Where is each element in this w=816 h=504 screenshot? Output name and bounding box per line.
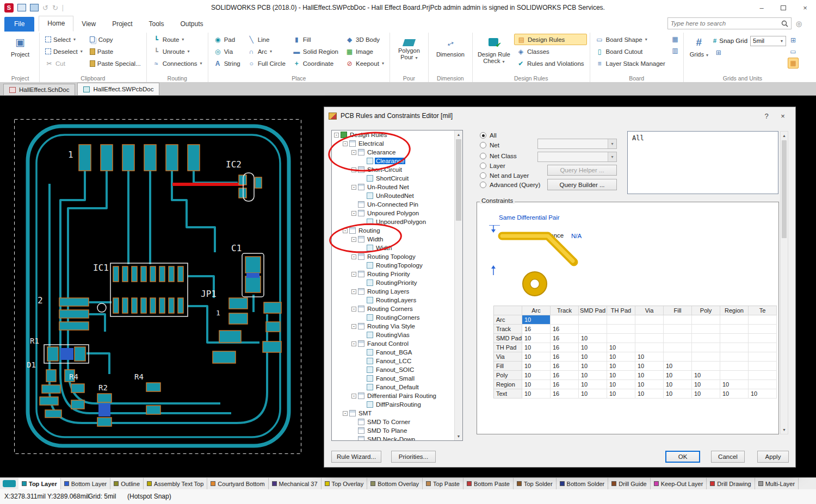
tree-item-routingpriority[interactable]: RoutingPriority (332, 278, 454, 287)
matrix-cell[interactable] (664, 352, 692, 362)
matrix-cell[interactable] (607, 315, 635, 325)
matrix-cell[interactable] (579, 325, 607, 334)
radio-advanced[interactable] (480, 182, 486, 188)
scope-option-net-class[interactable]: Net Class (480, 153, 517, 159)
tree-item-fanout-control[interactable]: -Fanout Control (332, 339, 454, 348)
matrix-cell[interactable]: 10 (692, 389, 720, 399)
matrix-cell[interactable] (749, 334, 777, 343)
matrix-cell[interactable]: 10 (720, 389, 749, 399)
layer-tab-top-paste[interactable]: Top Paste (423, 478, 463, 490)
matrix-cell[interactable]: 10 (579, 371, 607, 380)
tree-expander-icon[interactable]: - (351, 307, 356, 312)
matrix-cell[interactable]: 10 (664, 389, 692, 399)
keepout-button[interactable]: ⊘Keepout▾ (343, 58, 387, 69)
net-class-combobox[interactable]: ▾ (537, 152, 617, 162)
matrix-cell[interactable]: 10 (522, 380, 551, 389)
unroute-button[interactable]: ┗Unroute▾ (150, 46, 205, 57)
layer-tab-multi-layer[interactable]: Multi-Layer (755, 478, 799, 490)
dialog-titlebar[interactable]: PCB Rules and Constraints Editor [mil] ?… (324, 107, 795, 125)
tree-item-fanout-lcc[interactable]: Fanout_LCC (332, 357, 454, 365)
pad-button[interactable]: ◉Pad (211, 34, 243, 45)
layer-tab-keep-out-layer[interactable]: Keep-Out Layer (651, 478, 707, 490)
matrix-cell[interactable]: 10 (607, 352, 635, 362)
tab-project[interactable]: Project (104, 17, 140, 32)
fill-button[interactable]: ▮Fill (290, 34, 341, 45)
design-rules-button[interactable]: ▤Design Rules (514, 34, 587, 45)
matrix-cell[interactable] (720, 343, 749, 352)
search-box[interactable] (667, 17, 792, 29)
rules-and-violations-button[interactable]: ✔Rules and Violations (514, 58, 587, 69)
paste-special-button[interactable]: Paste Special... (87, 58, 144, 69)
matrix-cell[interactable] (551, 315, 579, 325)
matrix-cell[interactable] (664, 315, 692, 325)
matrix-cell[interactable] (664, 343, 692, 352)
matrix-cell[interactable]: 10 (522, 389, 551, 399)
solid-region-button[interactable]: ▬Solid Region (290, 46, 341, 57)
layer-tab-courtyard-bottom[interactable]: Courtyard Bottom (207, 478, 268, 490)
tree-item-shortcircuit[interactable]: ShortCircuit (332, 174, 454, 183)
matrix-cell[interactable]: 10 (579, 352, 607, 362)
layer-tab-assembly-text-top[interactable]: Assembly Text Top (144, 478, 207, 490)
tree-item-smd-neck-down[interactable]: SMD Neck-Down (332, 435, 454, 440)
query-builder-button[interactable]: Query Builder ... (547, 179, 617, 190)
matrix-cell[interactable]: 16 (522, 325, 551, 334)
matrix-cell[interactable]: 10 (522, 334, 551, 343)
radio-net-and-layer[interactable] (480, 172, 486, 179)
scrollbar-thumb[interactable] (782, 140, 787, 238)
arc-button[interactable]: ∩Arc▾ (245, 46, 288, 57)
matrix-cell[interactable]: 10 (635, 362, 664, 371)
matrix-cell[interactable] (635, 325, 664, 334)
matrix-cell[interactable] (749, 325, 777, 334)
matrix-cell[interactable] (692, 352, 720, 362)
matrix-cell[interactable] (720, 334, 749, 343)
board-shape-button[interactable]: ▭Board Shape▾ (593, 34, 668, 45)
matrix-cell[interactable]: 10 (522, 343, 551, 352)
apply-button[interactable]: Apply (757, 451, 789, 463)
matrix-cell[interactable]: 10 (607, 362, 635, 371)
board-cutout-button[interactable]: ▯Board Cutout (593, 46, 668, 57)
scroll-up-icon[interactable]: ▲ (455, 130, 462, 139)
scope-option-net-and-layer[interactable]: Net and Layer (480, 172, 529, 179)
tree-expander-icon[interactable]: - (351, 341, 356, 346)
matrix-cell[interactable]: 10 (635, 352, 664, 362)
net-combobox[interactable]: ▾ (537, 139, 617, 149)
save-icon[interactable] (17, 4, 26, 11)
matrix-cell[interactable] (749, 380, 777, 389)
matrix-cell[interactable]: 10 (522, 362, 551, 371)
connections-button[interactable]: ≈Connections▾ (150, 58, 205, 69)
cut-button[interactable]: ✂Cut (42, 58, 85, 69)
priorities-button[interactable]: Priorities... (391, 451, 436, 463)
tree-expander-icon[interactable]: - (334, 133, 339, 138)
matrix-cell[interactable]: 10 (692, 371, 720, 380)
tree-item-fanout-soic[interactable]: Fanout_SOIC (332, 365, 454, 374)
tree-item-unroutednet[interactable]: UnRoutedNet (332, 191, 454, 200)
tree-expander-icon[interactable]: - (351, 185, 356, 190)
3d-body-button[interactable]: ◆3D Body (343, 34, 387, 45)
matrix-cell[interactable]: 10 (607, 371, 635, 380)
route-button[interactable]: ┗Route▾ (150, 34, 205, 45)
layer-tab-bottom-overlay[interactable]: Bottom Overlay (367, 478, 423, 490)
scope-option-net[interactable]: Net (480, 142, 499, 148)
tree-item-routingcorners[interactable]: RoutingCorners (332, 313, 454, 322)
matrix-cell[interactable] (749, 371, 777, 380)
tree-item-routing-via-style[interactable]: -Routing Via Style (332, 322, 454, 331)
dialog-scrollbar[interactable]: ▲ ▼ (780, 131, 788, 434)
scope-option-all[interactable]: All (480, 132, 497, 139)
matrix-cell[interactable]: 10 (579, 343, 607, 352)
matrix-cell[interactable] (692, 315, 720, 325)
layer-tab-outline[interactable]: Outline (110, 478, 144, 490)
matrix-cell[interactable]: 10 (692, 380, 720, 389)
tree-item-smd-to-plane[interactable]: SMD To Plane (332, 426, 454, 435)
scroll-down-icon[interactable]: ▼ (781, 426, 788, 434)
matrix-cell[interactable] (579, 315, 607, 325)
coordinate-button[interactable]: +Coordinate (290, 58, 341, 69)
design-rule-check-button[interactable]: ✔ Design RuleCheck ▾ (475, 34, 512, 74)
deselect-button[interactable]: Deselect▾ (42, 46, 85, 57)
tab-home[interactable]: Home (39, 16, 73, 32)
tree-item-smd-to-corner[interactable]: SMD To Corner (332, 418, 454, 426)
paste-button[interactable]: Paste (87, 46, 144, 57)
layer-stack-manager-button[interactable]: ≡Layer Stack Manager (593, 58, 668, 69)
polygon-pour-button[interactable]: PolygonPour ▾ (393, 34, 425, 74)
tree-scrollbar[interactable]: ▲ ▼ (454, 130, 462, 440)
tree-expander-icon[interactable]: - (351, 324, 356, 329)
